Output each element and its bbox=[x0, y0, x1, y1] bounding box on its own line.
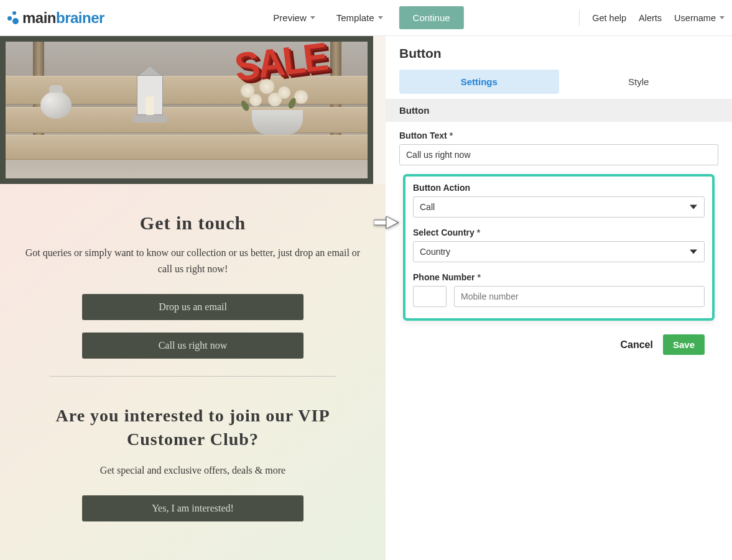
email-button[interactable]: Drop us an email bbox=[82, 294, 303, 320]
required-mark: * bbox=[477, 227, 480, 237]
button-action-label: Button Action bbox=[413, 183, 705, 193]
phone-country-code[interactable] bbox=[413, 286, 447, 307]
form-actions: Cancel Save bbox=[399, 327, 718, 362]
caret-down-icon bbox=[720, 16, 725, 19]
phone-label: Phone Number * bbox=[413, 272, 705, 282]
caret-down-icon bbox=[378, 16, 383, 19]
country-select[interactable]: Country bbox=[413, 241, 705, 262]
preview-dropdown[interactable]: Preview bbox=[268, 9, 320, 27]
phone-number-input[interactable] bbox=[454, 286, 705, 307]
button-text-input[interactable] bbox=[399, 144, 718, 165]
tab-settings[interactable]: Settings bbox=[399, 70, 559, 94]
preview-label: Preview bbox=[273, 12, 306, 23]
separator bbox=[579, 10, 580, 26]
flowers-icon bbox=[237, 79, 318, 135]
continue-button[interactable]: Continue bbox=[399, 6, 464, 29]
main: SALE Get in touch Got queries or simply … bbox=[0, 36, 732, 560]
username-dropdown[interactable]: Username bbox=[674, 13, 725, 23]
arrow-pointer-icon bbox=[374, 214, 399, 233]
canvas-preview: SALE Get in touch Got queries or simply … bbox=[0, 36, 386, 560]
hero-image: SALE bbox=[0, 36, 373, 184]
button-text-label: Button Text * bbox=[399, 131, 718, 140]
jar-icon bbox=[40, 91, 72, 119]
topbar: mainbrainer Preview Template Continue Ge… bbox=[0, 0, 732, 36]
logo-brainer: brainer bbox=[56, 9, 104, 26]
settings-panel: Button Settings Style Button Button Text… bbox=[386, 36, 732, 560]
svg-rect-0 bbox=[374, 220, 386, 225]
logo-mark-icon bbox=[6, 11, 20, 25]
panel-tabs: Settings Style bbox=[386, 70, 732, 99]
section-band: Button bbox=[386, 99, 732, 122]
panel-title: Button bbox=[386, 36, 732, 70]
username-label: Username bbox=[674, 13, 716, 23]
vip-body: Get special and exclusive offers, deals … bbox=[25, 462, 361, 479]
button-action-select-wrap: Call bbox=[413, 196, 705, 218]
field-button-text: Button Text * bbox=[399, 131, 718, 165]
cancel-button[interactable]: Cancel bbox=[620, 339, 652, 351]
logo-text: mainbrainer bbox=[22, 9, 104, 27]
phone-row bbox=[413, 286, 705, 307]
vip-heading: Are you interested to join our VIP Custo… bbox=[25, 404, 361, 451]
required-mark: * bbox=[477, 272, 480, 282]
tab-style[interactable]: Style bbox=[559, 70, 719, 94]
touch-heading: Get in touch bbox=[25, 213, 361, 234]
save-button[interactable]: Save bbox=[663, 334, 705, 355]
country-label-text: Select Country bbox=[413, 227, 475, 237]
divider bbox=[50, 376, 336, 377]
form: Button Text * Button Action Call bbox=[386, 122, 732, 369]
call-button[interactable]: Call us right now bbox=[82, 333, 303, 359]
logo-main: main bbox=[22, 9, 56, 26]
country-select-wrap: Country bbox=[413, 241, 705, 262]
field-button-action: Button Action Call bbox=[413, 183, 705, 218]
template-dropdown[interactable]: Template bbox=[331, 9, 388, 27]
phone-label-text: Phone Number bbox=[413, 272, 475, 282]
button-action-select[interactable]: Call bbox=[413, 196, 705, 218]
field-country: Select Country * Country bbox=[413, 227, 705, 262]
vip-button[interactable]: Yes, I am interested! bbox=[82, 495, 303, 521]
content-section: Get in touch Got queries or simply want … bbox=[0, 184, 386, 560]
alerts-link[interactable]: Alerts bbox=[639, 13, 662, 23]
topbar-center: Preview Template Continue bbox=[268, 6, 463, 29]
caret-down-icon bbox=[310, 16, 315, 19]
touch-body: Got queries or simply want to know our c… bbox=[25, 245, 361, 277]
country-label: Select Country * bbox=[413, 227, 705, 237]
lantern-icon bbox=[133, 67, 167, 122]
button-text-label-text: Button Text bbox=[399, 131, 447, 140]
photo-bg: SALE bbox=[6, 42, 368, 178]
required-mark: * bbox=[450, 131, 453, 140]
topbar-right: Get help Alerts Username bbox=[579, 10, 725, 26]
highlight-box: Button Action Call Select Country * bbox=[403, 174, 715, 321]
template-label: Template bbox=[336, 12, 374, 23]
field-phone: Phone Number * bbox=[413, 272, 705, 307]
get-help-link[interactable]: Get help bbox=[592, 13, 626, 23]
logo[interactable]: mainbrainer bbox=[6, 9, 104, 27]
